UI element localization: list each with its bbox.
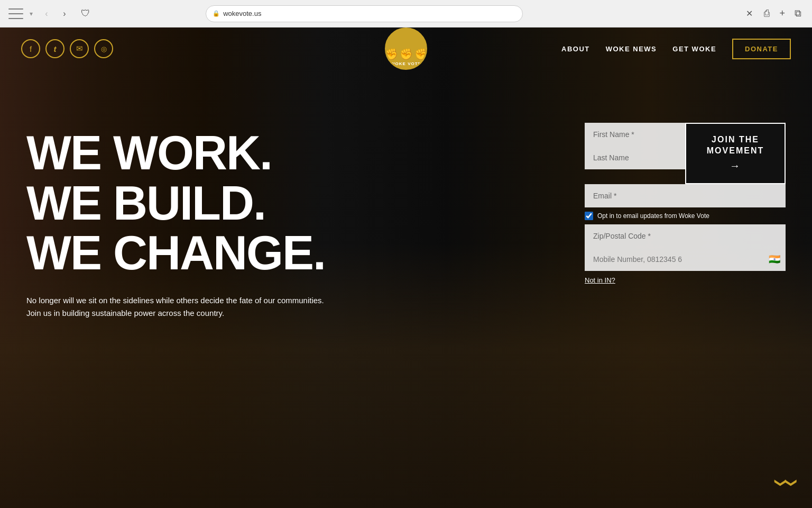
headline-line2: WE BUILD.	[26, 178, 585, 229]
url-text: wokevote.us	[223, 10, 261, 17]
instagram-icon[interactable]: ◎	[94, 39, 113, 58]
twitter-icon[interactable]: t	[45, 39, 64, 58]
tabs-button[interactable]: ⧉	[792, 6, 804, 21]
join-line2: MOVEMENT	[707, 146, 764, 157]
fist-icon: ✊	[385, 48, 398, 60]
nav-woke-news[interactable]: WOKE NEWS	[606, 45, 657, 53]
not-in-link[interactable]: Not in IN?	[585, 274, 615, 284]
email-icon[interactable]: ✉	[70, 39, 89, 58]
email-input[interactable]	[585, 184, 786, 207]
mobile-input[interactable]	[585, 248, 763, 271]
opt-in-label: Opt in to email updates from Woke Vote	[597, 212, 709, 220]
shield-icon: 🛡	[78, 6, 93, 21]
sidebar-toggle[interactable]	[8, 8, 23, 19]
facebook-icon[interactable]: f	[21, 39, 40, 58]
chevron-down-icon: ▾	[30, 10, 33, 17]
form-inputs	[585, 123, 685, 184]
nav-about[interactable]: ABOUT	[561, 45, 590, 53]
close-tab-button[interactable]: ✕	[742, 6, 756, 21]
form-top-row: JOIN THE MOVEMENT →	[585, 123, 786, 184]
logo-inner: ✊ ✊ ✊ WOKE VOTE	[386, 29, 426, 68]
fist-icon-2: ✊	[400, 48, 413, 60]
opt-in-row: Opt in to email updates from Woke Vote	[585, 207, 786, 224]
browser-actions: ✕ ⎙ + ⧉	[742, 6, 804, 21]
flag-indicator[interactable]: 🇮🇳	[763, 253, 786, 265]
fist-row: ✊ ✊ ✊	[385, 48, 427, 60]
zip-input[interactable]	[585, 224, 786, 248]
website: f t ✉ ◎ ✊ ✊ ✊ WOKE VOTE	[0, 28, 812, 508]
hero-content: WE WORK. WE BUILD. WE CHANGE. No longer …	[0, 80, 812, 508]
headline-line1: WE WORK.	[26, 128, 585, 178]
donate-button[interactable]: DONATE	[732, 39, 791, 59]
hero-left: WE WORK. WE BUILD. WE CHANGE. No longer …	[26, 112, 585, 320]
join-arrow: →	[730, 159, 741, 173]
address-bar[interactable]: 🔒 wokevote.us	[206, 5, 523, 22]
fist-icon-3: ✊	[414, 48, 428, 60]
browser-chrome: ▾ ‹ › 🛡 🔒 wokevote.us ✕ ⎙ + ⧉	[0, 0, 812, 28]
first-name-input[interactable]	[585, 123, 685, 146]
logo[interactable]: ✊ ✊ ✊ WOKE VOTE	[385, 28, 427, 70]
join-line1: JOIN THE	[712, 134, 759, 146]
headline-line3: WE CHANGE.	[26, 228, 585, 278]
lock-icon: 🔒	[213, 10, 220, 17]
signup-form: JOIN THE MOVEMENT → Opt in to email upda…	[585, 123, 786, 285]
last-name-input[interactable]	[585, 146, 685, 169]
scroll-indicator[interactable]: ❯ ❯	[781, 473, 791, 492]
browser-nav: ‹ ›	[39, 6, 72, 21]
logo-text: WOKE VOTE	[391, 61, 421, 66]
forward-button[interactable]: ›	[57, 6, 72, 21]
back-button[interactable]: ‹	[39, 6, 54, 21]
navbar: f t ✉ ◎ ✊ ✊ ✊ WOKE VOTE	[0, 28, 812, 70]
hero-subtext: No longer will we sit on the sidelines w…	[26, 294, 333, 320]
new-tab-button[interactable]: +	[777, 6, 787, 21]
opt-in-checkbox[interactable]	[585, 212, 593, 220]
nav-get-woke[interactable]: GET WOKE	[672, 45, 716, 53]
logo-circle: ✊ ✊ ✊ WOKE VOTE	[385, 28, 427, 70]
social-icons: f t ✉ ◎	[21, 39, 113, 58]
nav-links: ABOUT WOKE NEWS GET WOKE DONATE	[561, 39, 791, 59]
mobile-row: 🇮🇳	[585, 248, 786, 271]
join-button[interactable]: JOIN THE MOVEMENT →	[685, 123, 786, 184]
hero-headline: WE WORK. WE BUILD. WE CHANGE.	[26, 128, 585, 278]
share-button[interactable]: ⎙	[762, 6, 772, 21]
